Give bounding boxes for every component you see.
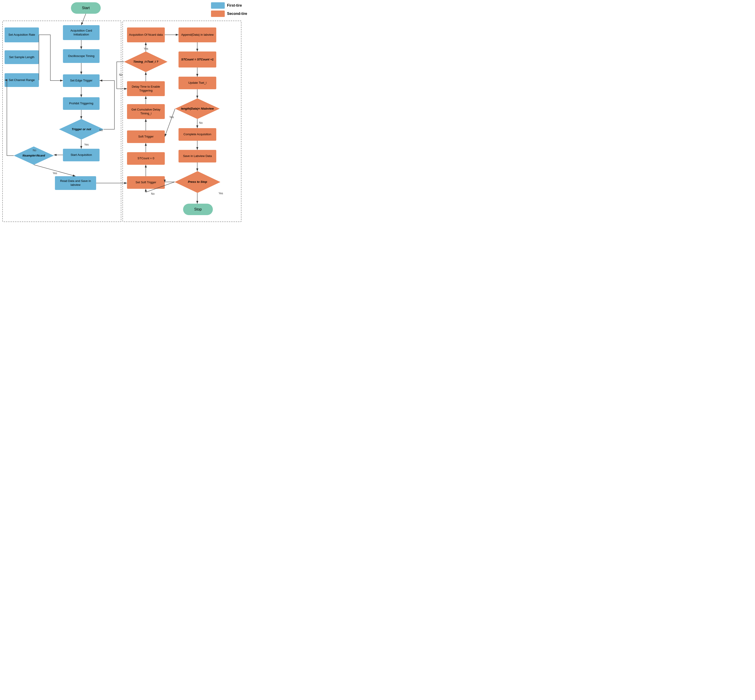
right-border-box xyxy=(122,20,241,222)
legend-first-tire-label: First-tire xyxy=(227,3,242,8)
yes-label-timing: Yes xyxy=(144,47,148,50)
delay-time-node: Delay Time to Enable Triggering xyxy=(127,81,165,96)
yes-label-press-stop: Yes xyxy=(219,192,223,195)
append-data-label: Append(Data) in labview xyxy=(181,33,214,37)
set-edge-trigger-node: Set Edge Trigger xyxy=(63,74,100,87)
set-acq-rate-label: Set Acquisition Rate xyxy=(8,33,35,37)
set-channel-range-node: Set Channel Range xyxy=(5,73,39,87)
start-label: Start xyxy=(82,6,90,11)
legend: First-tire Second-tire xyxy=(211,2,247,17)
set-soft-trigger-label: Set Soft Trigger xyxy=(136,181,156,184)
no-label-press-stop: No xyxy=(151,192,155,195)
stcount-plus1-node: STCount = STCount +1 xyxy=(178,52,216,67)
length-data-label: length(Data)< Nlabview xyxy=(181,107,214,111)
append-data-node: Append(Data) in labview xyxy=(178,27,216,42)
trigger-or-not-label: Trigger or not xyxy=(72,127,91,131)
save-labview-node: Save in Labview Data xyxy=(178,150,216,162)
nsample-ncard-label: Nsample=Ncard xyxy=(22,154,45,158)
delay-time-label: Delay Time to Enable Triggering xyxy=(127,85,165,93)
set-acq-rate-node: Set Acquisition Rate xyxy=(5,27,39,42)
update-tset-i-node: Update Tset_i xyxy=(178,77,216,89)
yes-label-trigger: Yes xyxy=(84,143,89,146)
start-acquisition-label: Start Acquisition xyxy=(70,153,92,157)
start-acquisition-node: Start Acquisition xyxy=(63,149,100,161)
stop-node: Stop xyxy=(183,204,213,215)
complete-acquisition-label: Complete Acquisition xyxy=(184,133,211,136)
set-sample-length-label: Set Sample Length xyxy=(9,55,34,59)
stcount-0-label: STCount = 0 xyxy=(138,156,154,160)
save-labview-label: Save in Labview Data xyxy=(183,154,212,158)
set-channel-range-label: Set Channel Range xyxy=(9,78,34,82)
legend-second-tire-label: Second-tire xyxy=(227,12,247,16)
osc-timing-node: Oscilloscope Timing xyxy=(63,49,100,63)
osc-timing-label: Oscilloscope Timing xyxy=(68,54,95,58)
acq-ncard-data-label: Acquisition Of Ncard data xyxy=(129,33,163,37)
stcount-0-node: STCount = 0 xyxy=(127,152,165,165)
get-cumulative-label: Get Cumulative Delay Timing_i xyxy=(127,108,165,116)
complete-acquisition-node: Complete Acquisition xyxy=(178,128,216,141)
legend-first-tire: First-tire xyxy=(211,2,247,9)
no-label-nsample: No xyxy=(33,149,36,152)
legend-blue-box xyxy=(211,2,225,9)
timing-i-tset-i-label: Timing_i=Tset_i ? xyxy=(133,60,158,64)
prohibit-triggering-node: Prohibit Triggering xyxy=(63,97,100,110)
yes-label-nsample: Yes xyxy=(53,172,57,175)
soft-trigger-node: Soft Trigger xyxy=(127,130,165,143)
acq-card-init-label: Acquisition Card Initialization xyxy=(63,29,100,37)
read-data-save-node: Read Data and Save in labview xyxy=(55,176,96,190)
legend-orange-box xyxy=(211,11,225,17)
stcount-plus1-label: STCount = STCount +1 xyxy=(181,58,214,62)
set-edge-trigger-label: Set Edge Trigger xyxy=(70,79,92,83)
no-label-trigger: No xyxy=(99,129,103,132)
yes-label-length: Yes xyxy=(169,116,174,119)
stop-label: Stop xyxy=(194,207,202,212)
diagram-container: First-tire Second-tire Start Set Acquisi… xyxy=(0,0,252,233)
update-tset-i-label: Update Tset_i xyxy=(188,81,206,85)
get-cumulative-node: Get Cumulative Delay Timing_i xyxy=(127,104,165,119)
prohibit-triggering-label: Prohibit Triggering xyxy=(69,102,93,105)
set-sample-length-node: Set Sample Length xyxy=(5,50,39,64)
set-soft-trigger-node: Set Soft Trigger xyxy=(127,176,165,189)
acq-ncard-data-node: Acquisition Of Ncard data xyxy=(127,27,165,42)
legend-second-tire: Second-tire xyxy=(211,11,247,17)
soft-trigger-label: Soft Trigger xyxy=(138,135,153,139)
no-label-timing: No xyxy=(119,73,122,77)
no-label-length: No xyxy=(199,121,203,125)
start-node: Start xyxy=(71,2,101,14)
press-to-stop-label: Press to Stop xyxy=(188,180,207,184)
read-data-save-label: Read Data and Save in labview xyxy=(55,179,96,187)
acq-card-init-node: Acquisition Card Initialization xyxy=(63,25,100,40)
